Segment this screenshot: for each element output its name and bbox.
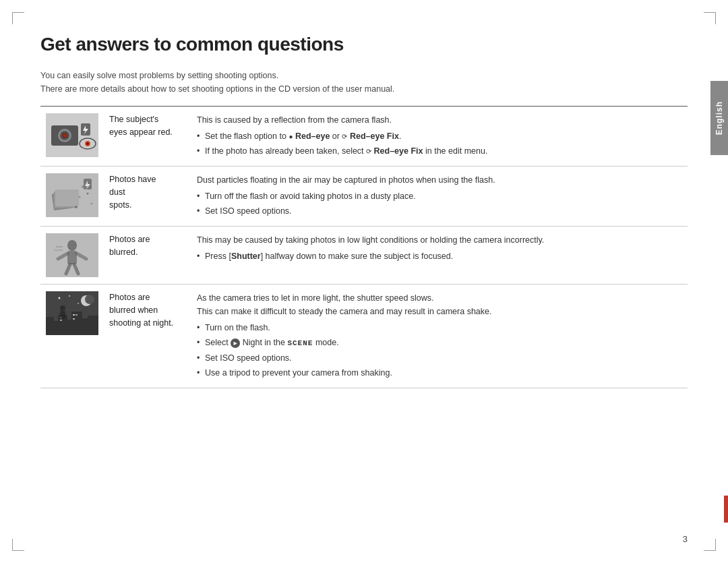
list-item: Turn on the flash. — [197, 321, 682, 334]
icon-red-eye — [46, 113, 98, 157]
corner-mark-br — [704, 539, 716, 551]
label-blurred: Photos areblurred. — [109, 235, 150, 257]
list-item: Set ISO speed options. — [197, 351, 682, 365]
desc-cell-red-eye: This is caused by a reflection from the … — [191, 107, 688, 167]
night-icon — [46, 291, 98, 335]
svg-point-17 — [79, 196, 81, 198]
svg-rect-50 — [73, 318, 75, 320]
red-eye-icon — [46, 113, 98, 157]
table-row: Photos areblurred. This may be caused by… — [40, 227, 688, 285]
list-item: Select ► Night in the SCENE mode. — [197, 336, 682, 350]
main-content: Get answers to common questions You can … — [40, 34, 688, 529]
corner-mark-tl — [12, 12, 24, 24]
desc-list-night: Turn on the flash. Select ► Night in the… — [197, 321, 682, 380]
label-dust: Photos havedustspots. — [109, 175, 156, 210]
intro-text: You can easily solve most problems by se… — [40, 69, 688, 96]
label-night: Photos areblurred whenshooting at night. — [109, 293, 173, 328]
faq-table: The subject'seyes appear red. This is ca… — [40, 106, 688, 388]
icon-blurred — [46, 233, 98, 277]
svg-rect-48 — [73, 314, 75, 316]
desc-cell-blurred: This may be caused by taking photos in l… — [191, 227, 688, 285]
desc-line2-night: This can make it difficult to steady the… — [197, 305, 682, 318]
page-title: Get answers to common questions — [40, 34, 688, 55]
icon-cell-red-eye — [40, 107, 104, 167]
icon-dust — [46, 173, 98, 217]
page-number: 3 — [683, 534, 688, 544]
desc-intro-red-eye: This is caused by a reflection from the … — [197, 113, 682, 127]
corner-mark-bl — [12, 539, 24, 551]
icon-cell-dust — [40, 167, 104, 227]
svg-point-16 — [87, 193, 89, 195]
label-cell-blurred: Photos areblurred. — [104, 227, 191, 285]
svg-point-37 — [69, 295, 70, 297]
label-cell-red-eye: The subject'seyes appear red. — [104, 107, 191, 167]
dust-icon — [46, 173, 98, 217]
svg-point-38 — [78, 303, 79, 304]
svg-point-24 — [67, 240, 77, 251]
svg-point-35 — [85, 295, 94, 304]
desc-cell-dust: Dust particles floating in the air may b… — [191, 167, 688, 227]
label-red-eye: The subject'seyes appear red. — [109, 115, 173, 137]
icon-cell-blurred — [40, 227, 104, 285]
icon-night — [46, 291, 98, 335]
svg-rect-49 — [75, 314, 78, 316]
language-label: English — [715, 101, 724, 135]
table-row: The subject'seyes appear red. This is ca… — [40, 107, 688, 167]
desc-list-blurred: Press [Shutter] halfway down to make sur… — [197, 249, 682, 263]
blurred-icon — [46, 233, 98, 277]
svg-point-19 — [75, 206, 78, 208]
svg-rect-52 — [60, 311, 65, 319]
intro-line1: You can easily solve most problems by se… — [40, 69, 688, 82]
svg-point-51 — [60, 305, 65, 311]
icon-cell-night — [40, 285, 104, 388]
intro-line2: There are more details about how to set … — [40, 82, 688, 96]
list-item: Set ISO speed options. — [197, 204, 682, 218]
svg-point-36 — [59, 297, 61, 299]
list-item: If the photo has already been taken, sel… — [197, 144, 682, 158]
desc-line1-night: As the camera tries to let in more light… — [197, 291, 682, 305]
table-row: Photos havedustspots. Dust particles flo… — [40, 167, 688, 227]
label-cell-night: Photos areblurred whenshooting at night. — [104, 285, 191, 388]
svg-point-20 — [91, 203, 93, 205]
svg-rect-47 — [60, 320, 62, 321]
desc-list-dust: Turn off the flash or avoid taking photo… — [197, 189, 682, 218]
corner-mark-tr — [704, 12, 716, 24]
svg-rect-45 — [88, 316, 98, 335]
right-bar — [724, 496, 728, 523]
language-tab: English — [710, 81, 728, 155]
list-item: Turn off the flash or avoid taking photo… — [197, 189, 682, 203]
desc-cell-night: As the camera tries to let in more light… — [191, 285, 688, 388]
page-container: English Get answers to common questions … — [0, 0, 728, 563]
label-cell-dust: Photos havedustspots. — [104, 167, 191, 227]
desc-intro-dust: Dust particles floating in the air may b… — [197, 173, 682, 187]
list-item: Set the flash option to ● Red–eye or ⟳ R… — [197, 129, 682, 143]
table-row: Photos areblurred whenshooting at night.… — [40, 285, 688, 388]
list-item: Press [Shutter] halfway down to make sur… — [197, 249, 682, 263]
desc-intro-blurred: This may be caused by taking photos in l… — [197, 233, 682, 247]
list-item: Use a tripod to prevent your camera from… — [197, 366, 682, 380]
desc-list-red-eye: Set the flash option to ● Red–eye or ⟳ R… — [197, 129, 682, 158]
svg-point-10 — [86, 142, 89, 145]
svg-rect-14 — [55, 189, 79, 206]
svg-point-5 — [63, 134, 67, 138]
